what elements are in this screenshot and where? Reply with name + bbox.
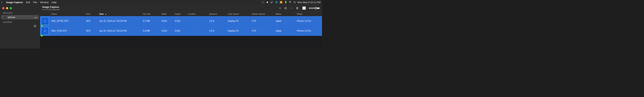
col-header-colorspace[interactable]: Color Space [226,12,250,16]
close-button[interactable] [2,7,4,9]
clock: Mon May 6 10:11 PM [298,1,320,4]
cell-width-1: 3,024 [160,16,173,26]
sidebar: DEVICES 📱 iphone ☁ SHARED 0 [0,4,40,48]
cell-kind-1: JPG [84,16,98,26]
cloud-icon: ☁ [34,16,37,19]
maximize-button[interactable] [10,7,12,9]
thumbnail-cell-2: 🖼 ✓ [40,26,50,36]
control-center-icon[interactable]: ⊟ [294,1,296,3]
cell-location-1 [186,16,208,26]
col-header-name[interactable]: Name [50,12,84,16]
col-header-shutter[interactable]: Shutter Speed [250,12,274,16]
menu-window[interactable]: Window [40,1,49,4]
thumbnail-2: 🖼 [41,27,49,35]
cell-name-1: IMG_E5765.JPG [50,16,84,26]
menu-help[interactable]: Help [52,1,57,4]
zoom-slider-container [308,7,320,10]
search-icon[interactable]: 🔍 [289,1,292,3]
col-header-aperture[interactable]: Aperture [208,12,226,16]
cell-maker-1: Apple [274,16,295,26]
devices-section-label: DEVICES [0,11,40,15]
col-header-kind[interactable]: Kind [84,12,98,16]
cell-location-2 [186,26,208,36]
download-check-2: ✓ [40,34,43,37]
grid-view-button[interactable]: ⊞ [284,6,288,10]
table-row[interactable]: 🖼 ✓ IMG_5765.JPG JPG Apr 22, 2024 at 7:4… [40,26,322,36]
zoom-slider[interactable] [308,7,320,10]
import-button[interactable]: ⬜ [302,6,307,10]
file-table: Name Kind Date ▲ File Size [40,12,322,36]
toolbar-title: Image Capture [42,5,277,8]
sidebar-item-iphone[interactable]: 📱 iphone ☁ [1,15,39,19]
thumbnail-img-icon: 🖼 [44,20,46,22]
traffic-lights [0,6,40,11]
wifi-icon: 📶 [280,1,282,3]
col-header-model[interactable]: Model [295,12,322,16]
table-header-row: Name Kind Date ▲ File Size [40,12,322,16]
cell-colorspace-2: Display P3 [226,26,250,36]
apple-menu[interactable]:  [2,1,2,4]
thumbnail-1: 🖼 [41,17,49,25]
shared-badge: 0 [33,25,37,27]
cell-aperture-1: ƒ/2.8 [208,16,226,26]
col-header-filesize[interactable]: File Size [141,12,160,16]
cell-kind-2: JPG [84,26,98,36]
list-view-button[interactable]: ≡ [278,6,282,10]
table-body: 🖼 ✓ IMG_E5765.JPG JPG Apr 22, 2024 at 7:… [40,16,322,36]
sidebar-iphone-label: iphone [8,16,33,19]
cell-height-2: 4,032 [173,26,186,36]
menu-edit[interactable]: Edit [26,1,30,4]
cell-shutter-1: 1/79 [250,16,274,26]
minimize-button[interactable] [6,7,8,9]
app-name[interactable]: Image Capture [6,1,23,4]
col-header-height[interactable]: Height [173,12,186,16]
col-header-date[interactable]: Date ▲ [98,12,141,16]
cell-model-2: iPhone 13 Pro [295,26,322,36]
cell-date-1: Apr 22, 2024 at 7:45:28 PM [98,16,141,26]
cell-width-2: 3,024 [160,26,173,36]
toolbar-title-block: Image Capture 2 of 4,721 selected [42,5,277,10]
col-header-maker[interactable]: Maker [274,12,295,16]
shared-section-label: SHARED [3,21,37,23]
cell-shutter-2: 1/79 [250,26,274,36]
content-area: Image Capture 2 of 4,721 selected ≡ ⊞ ··… [40,4,322,48]
cell-name-2: IMG_5765.JPG [50,26,84,36]
battery-icon: 🔋 [284,1,287,3]
sort-arrow-icon: ▲ [105,13,107,15]
col-header-location[interactable]: Location [186,12,208,16]
cell-maker-2: Apple [274,26,295,36]
cell-model-1: iPhone 13 Pro [295,16,322,26]
screenshot-icon: ⬛ [262,1,264,3]
sidebar-item-shared[interactable]: 0 [1,24,39,28]
iphone-icon: 📱 [3,16,6,19]
table-row[interactable]: 🖼 ✓ IMG_E5765.JPG JPG Apr 22, 2024 at 7:… [40,16,322,26]
thumbnail-img-icon-2: 🖼 [44,30,46,32]
menu-file[interactable]: File [33,1,37,4]
record-icon: ⏺ [266,1,268,3]
table-container[interactable]: Name Kind Date ▲ File Size [40,12,322,48]
cell-date-2: Apr 22, 2024 at 7:45:28 PM [98,26,141,36]
col-header-width[interactable]: Width [160,12,173,16]
toolbar-actions: ≡ ⊞ ··· 🗑 ⬜ [278,6,320,10]
delete-button[interactable]: 🗑 [295,6,300,10]
more-button[interactable]: ··· [290,6,293,10]
toolbar: Image Capture 2 of 4,721 selected ≡ ⊞ ··… [40,4,322,12]
thumbnail-cell-1: 🖼 ✓ [40,16,50,26]
app-layout: DEVICES 📱 iphone ☁ SHARED 0 Image Captur… [0,4,322,48]
shared-section: SHARED [0,19,40,24]
col-header-thumb [40,12,50,16]
cell-height-1: 4,032 [173,16,186,26]
globe-icon: 🌐 [275,1,278,3]
cell-filesize-2: 5.8 MB [141,26,160,36]
toolbar-subtitle: 2 of 4,721 selected [42,8,277,10]
cell-aperture-2: ƒ/2.8 [208,26,226,36]
cell-filesize-1: 3.2 MB [141,16,160,26]
menubar:  Image Capture Edit File Window Help ⬛ … [0,0,322,4]
volume-icon: 🔊 [270,1,273,3]
cell-colorspace-1: Display P3 [226,16,250,26]
menubar-right: ⬛ ⏺ 🔊 🌐 📶 🔋 🔍 ⊟ Mon May 6 10:11 PM [262,1,320,4]
